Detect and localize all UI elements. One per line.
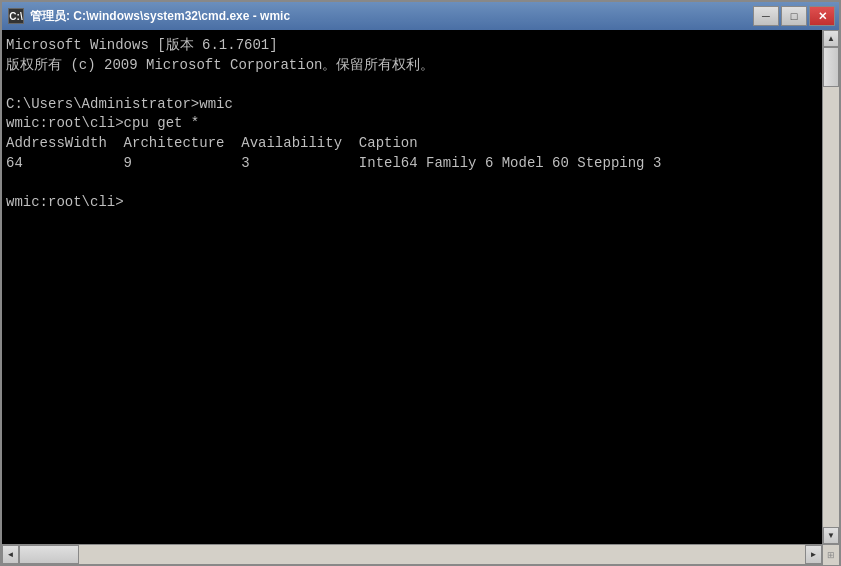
maximize-button[interactable]: □ [781,6,807,26]
scroll-thumb-vertical[interactable] [823,47,839,87]
scroll-track-vertical[interactable] [823,47,839,527]
cmd-window: C:\ 管理员: C:\windows\system32\cmd.exe - w… [0,0,841,566]
vertical-scrollbar: ▲ ▼ [822,30,839,544]
close-button[interactable]: ✕ [809,6,835,26]
window-title: 管理员: C:\windows\system32\cmd.exe - wmic [30,8,290,25]
title-buttons: ─ □ ✕ [753,6,835,26]
minimize-button[interactable]: ─ [753,6,779,26]
terminal-output[interactable]: Microsoft Windows [版本 6.1.7601] 版权所有 (c)… [2,30,822,544]
window-body: Microsoft Windows [版本 6.1.7601] 版权所有 (c)… [2,30,839,544]
scroll-right-button[interactable]: ► [805,545,822,564]
scroll-up-button[interactable]: ▲ [823,30,839,47]
scroll-left-button[interactable]: ◄ [2,545,19,564]
scroll-thumb-horizontal[interactable] [19,545,79,564]
scroll-down-button[interactable]: ▼ [823,527,839,544]
horizontal-scrollbar: ◄ ► [2,545,822,564]
resize-corner[interactable]: ⊞ [822,545,839,565]
status-bar: ◄ ► ⊞ [2,544,839,564]
title-bar-left: C:\ 管理员: C:\windows\system32\cmd.exe - w… [8,8,290,25]
scroll-track-horizontal[interactable] [19,545,805,564]
title-bar: C:\ 管理员: C:\windows\system32\cmd.exe - w… [2,2,839,30]
window-icon: C:\ [8,8,24,24]
